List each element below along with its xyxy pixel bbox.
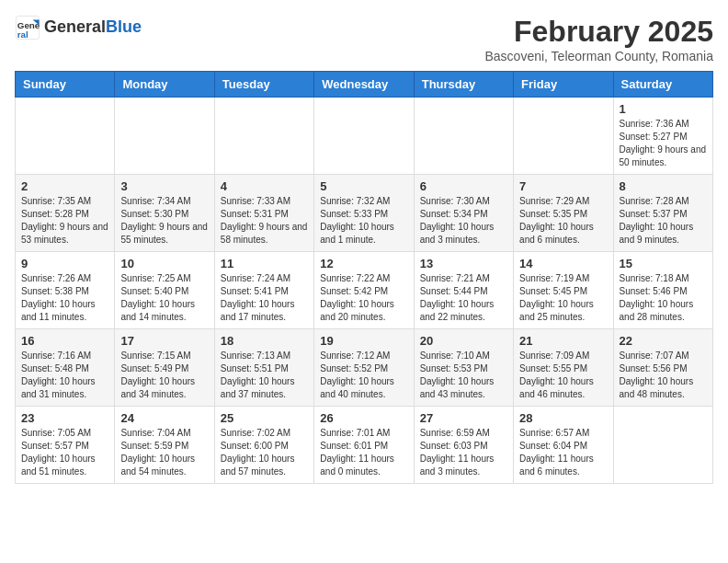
page-header: Gene ral GeneralBlue February 2025 Basco… <box>15 15 713 63</box>
calendar-cell: 9Sunrise: 7:26 AM Sunset: 5:38 PM Daylig… <box>16 252 115 329</box>
calendar-cell: 26Sunrise: 7:01 AM Sunset: 6:01 PM Dayli… <box>314 407 414 484</box>
day-number: 28 <box>519 411 607 425</box>
calendar-cell: 18Sunrise: 7:13 AM Sunset: 5:51 PM Dayli… <box>214 329 313 407</box>
day-number: 21 <box>519 334 607 348</box>
day-info: Sunrise: 6:57 AM Sunset: 6:04 PM Dayligh… <box>519 427 607 478</box>
location-subtitle: Bascoveni, Teleorman County, Romania <box>485 49 714 63</box>
calendar-cell <box>16 98 115 175</box>
logo-icon: Gene ral <box>15 15 40 40</box>
day-info: Sunrise: 7:19 AM Sunset: 5:45 PM Dayligh… <box>519 272 607 324</box>
day-number: 15 <box>620 257 707 270</box>
day-number: 5 <box>320 179 407 193</box>
calendar-week-row: 16Sunrise: 7:16 AM Sunset: 5:48 PM Dayli… <box>16 329 713 407</box>
day-number: 1 <box>620 102 707 116</box>
day-number: 25 <box>221 411 308 425</box>
day-info: Sunrise: 7:05 AM Sunset: 5:57 PM Dayligh… <box>21 427 108 478</box>
day-number: 11 <box>221 257 308 270</box>
day-number: 16 <box>21 334 108 348</box>
calendar-cell: 10Sunrise: 7:25 AM Sunset: 5:40 PM Dayli… <box>115 252 214 329</box>
day-info: Sunrise: 7:12 AM Sunset: 5:52 PM Dayligh… <box>320 350 407 401</box>
day-number: 10 <box>120 257 208 270</box>
day-number: 27 <box>420 411 507 425</box>
day-info: Sunrise: 7:04 AM Sunset: 5:59 PM Dayligh… <box>120 427 208 478</box>
day-info: Sunrise: 7:35 AM Sunset: 5:28 PM Dayligh… <box>21 195 108 247</box>
weekday-header-tuesday: Tuesday <box>214 72 313 98</box>
calendar-cell: 16Sunrise: 7:16 AM Sunset: 5:48 PM Dayli… <box>16 329 115 407</box>
calendar-cell: 22Sunrise: 7:07 AM Sunset: 5:56 PM Dayli… <box>613 329 712 407</box>
calendar-cell <box>514 98 613 175</box>
calendar-cell: 6Sunrise: 7:30 AM Sunset: 5:34 PM Daylig… <box>414 175 513 252</box>
calendar-cell: 13Sunrise: 7:21 AM Sunset: 5:44 PM Dayli… <box>414 252 513 329</box>
day-number: 12 <box>320 257 407 270</box>
weekday-header-saturday: Saturday <box>613 72 712 98</box>
calendar-cell: 4Sunrise: 7:33 AM Sunset: 5:31 PM Daylig… <box>214 175 313 252</box>
day-info: Sunrise: 7:07 AM Sunset: 5:56 PM Dayligh… <box>620 350 707 401</box>
calendar-week-row: 23Sunrise: 7:05 AM Sunset: 5:57 PM Dayli… <box>16 407 713 484</box>
day-info: Sunrise: 7:21 AM Sunset: 5:44 PM Dayligh… <box>420 272 507 324</box>
calendar-cell: 14Sunrise: 7:19 AM Sunset: 5:45 PM Dayli… <box>514 252 613 329</box>
day-info: Sunrise: 7:33 AM Sunset: 5:31 PM Dayligh… <box>221 195 308 247</box>
calendar-cell <box>314 98 414 175</box>
day-info: Sunrise: 7:28 AM Sunset: 5:37 PM Dayligh… <box>620 195 707 247</box>
day-number: 6 <box>420 179 507 193</box>
day-number: 2 <box>21 179 108 193</box>
day-info: Sunrise: 7:02 AM Sunset: 6:00 PM Dayligh… <box>221 427 308 478</box>
calendar-cell: 2Sunrise: 7:35 AM Sunset: 5:28 PM Daylig… <box>16 175 115 252</box>
day-info: Sunrise: 7:29 AM Sunset: 5:35 PM Dayligh… <box>519 195 607 247</box>
calendar-cell: 3Sunrise: 7:34 AM Sunset: 5:30 PM Daylig… <box>115 175 214 252</box>
calendar-cell: 23Sunrise: 7:05 AM Sunset: 5:57 PM Dayli… <box>16 407 115 484</box>
calendar-cell: 24Sunrise: 7:04 AM Sunset: 5:59 PM Dayli… <box>115 407 214 484</box>
day-number: 20 <box>420 334 507 348</box>
calendar-cell: 5Sunrise: 7:32 AM Sunset: 5:33 PM Daylig… <box>314 175 414 252</box>
weekday-header-monday: Monday <box>115 72 214 98</box>
calendar-cell: 11Sunrise: 7:24 AM Sunset: 5:41 PM Dayli… <box>214 252 313 329</box>
day-number: 17 <box>120 334 208 348</box>
weekday-header-thursday: Thursday <box>414 72 513 98</box>
day-number: 26 <box>320 411 407 425</box>
calendar-week-row: 9Sunrise: 7:26 AM Sunset: 5:38 PM Daylig… <box>16 252 713 329</box>
day-info: Sunrise: 7:01 AM Sunset: 6:01 PM Dayligh… <box>320 427 407 478</box>
svg-text:ral: ral <box>17 29 28 40</box>
day-info: Sunrise: 7:16 AM Sunset: 5:48 PM Dayligh… <box>21 350 108 401</box>
day-info: Sunrise: 7:13 AM Sunset: 5:51 PM Dayligh… <box>221 350 308 401</box>
calendar-cell: 17Sunrise: 7:15 AM Sunset: 5:49 PM Dayli… <box>115 329 214 407</box>
calendar-cell: 7Sunrise: 7:29 AM Sunset: 5:35 PM Daylig… <box>514 175 613 252</box>
day-number: 4 <box>221 179 308 193</box>
month-title: February 2025 <box>485 15 714 49</box>
calendar-cell: 19Sunrise: 7:12 AM Sunset: 5:52 PM Dayli… <box>314 329 414 407</box>
day-number: 8 <box>620 179 707 193</box>
day-number: 23 <box>21 411 108 425</box>
calendar-cell: 12Sunrise: 7:22 AM Sunset: 5:42 PM Dayli… <box>314 252 414 329</box>
day-number: 9 <box>21 257 108 270</box>
day-number: 18 <box>221 334 308 348</box>
day-info: Sunrise: 7:36 AM Sunset: 5:27 PM Dayligh… <box>620 118 707 169</box>
logo: Gene ral GeneralBlue <box>15 15 142 40</box>
title-area: February 2025 Bascoveni, Teleorman Count… <box>485 15 714 63</box>
calendar-cell: 15Sunrise: 7:18 AM Sunset: 5:46 PM Dayli… <box>613 252 712 329</box>
day-info: Sunrise: 7:15 AM Sunset: 5:49 PM Dayligh… <box>120 350 208 401</box>
weekday-header-sunday: Sunday <box>16 72 115 98</box>
calendar-cell: 28Sunrise: 6:57 AM Sunset: 6:04 PM Dayli… <box>514 407 613 484</box>
day-info: Sunrise: 6:59 AM Sunset: 6:03 PM Dayligh… <box>420 427 507 478</box>
day-info: Sunrise: 7:22 AM Sunset: 5:42 PM Dayligh… <box>320 272 407 324</box>
calendar-week-row: 1Sunrise: 7:36 AM Sunset: 5:27 PM Daylig… <box>16 98 713 175</box>
calendar-week-row: 2Sunrise: 7:35 AM Sunset: 5:28 PM Daylig… <box>16 175 713 252</box>
weekday-header-row: SundayMondayTuesdayWednesdayThursdayFrid… <box>16 72 713 98</box>
day-number: 7 <box>519 179 607 193</box>
calendar-cell: 21Sunrise: 7:09 AM Sunset: 5:55 PM Dayli… <box>514 329 613 407</box>
calendar-cell: 25Sunrise: 7:02 AM Sunset: 6:00 PM Dayli… <box>214 407 313 484</box>
day-info: Sunrise: 7:25 AM Sunset: 5:40 PM Dayligh… <box>120 272 208 324</box>
calendar-cell <box>214 98 313 175</box>
day-info: Sunrise: 7:30 AM Sunset: 5:34 PM Dayligh… <box>420 195 507 247</box>
day-info: Sunrise: 7:09 AM Sunset: 5:55 PM Dayligh… <box>519 350 607 401</box>
calendar-cell <box>613 407 712 484</box>
day-info: Sunrise: 7:24 AM Sunset: 5:41 PM Dayligh… <box>221 272 308 324</box>
calendar-cell <box>115 98 214 175</box>
day-number: 3 <box>120 179 208 193</box>
day-number: 22 <box>620 334 707 348</box>
day-number: 13 <box>420 257 507 270</box>
day-info: Sunrise: 7:10 AM Sunset: 5:53 PM Dayligh… <box>420 350 507 401</box>
day-info: Sunrise: 7:18 AM Sunset: 5:46 PM Dayligh… <box>620 272 707 324</box>
calendar-cell: 8Sunrise: 7:28 AM Sunset: 5:37 PM Daylig… <box>613 175 712 252</box>
day-info: Sunrise: 7:26 AM Sunset: 5:38 PM Dayligh… <box>21 272 108 324</box>
